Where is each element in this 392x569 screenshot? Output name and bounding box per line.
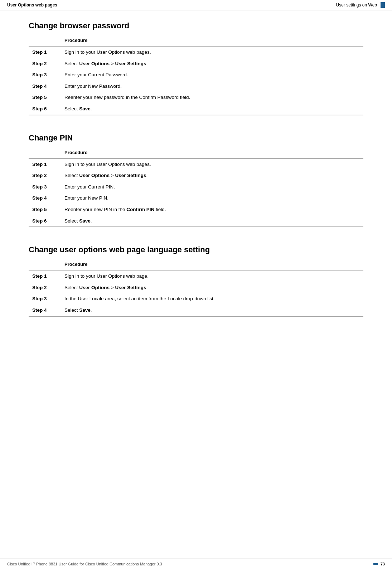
table-row: Step 3Enter your Current PIN. (29, 181, 363, 193)
procedure-label-change-pin: Procedure (64, 150, 363, 155)
table-row: Step 5Reenter your new PIN in the Confir… (29, 204, 363, 215)
table-row: Step 3Enter your Current Password. (29, 69, 363, 81)
header-left: User Options web pages (7, 3, 57, 8)
sections-container: Change browser passwordProcedureStep 1Si… (29, 21, 363, 317)
step-label: Step 5 (29, 92, 61, 103)
step-content: In the User Locale area, select an item … (61, 293, 363, 305)
step-label: Step 4 (29, 81, 61, 92)
table-row: Step 6Select Save. (29, 215, 363, 227)
step-label: Step 3 (29, 69, 61, 81)
table-row: Step 2Select User Options > User Setting… (29, 282, 363, 293)
step-content: Select Save. (61, 103, 363, 115)
step-content: Reenter your new password in the Confirm… (61, 92, 363, 103)
step-content: Select Save. (61, 305, 363, 316)
table-row: Step 1Sign in to your User Options web p… (29, 158, 363, 170)
section-title-change-browser-password: Change browser password (29, 21, 363, 30)
step-label: Step 2 (29, 170, 61, 181)
step-content: Reenter your new PIN in the Confirm PIN … (61, 204, 363, 215)
footer-page-block (373, 563, 378, 565)
step-label: Step 3 (29, 293, 61, 305)
step-label: Step 5 (29, 204, 61, 215)
table-row: Step 4Enter your New PIN. (29, 192, 363, 204)
step-label: Step 1 (29, 46, 61, 58)
step-label: Step 6 (29, 103, 61, 115)
footer-text: Cisco Unified IP Phone 8831 User Guide f… (7, 562, 162, 566)
section-change-browser-password: Change browser passwordProcedureStep 1Si… (29, 21, 363, 115)
step-label: Step 2 (29, 58, 61, 70)
main-content: Change browser passwordProcedureStep 1Si… (0, 10, 392, 356)
section-title-change-language: Change user options web page language se… (29, 245, 363, 254)
table-row: Step 5Reenter your new password in the C… (29, 92, 363, 103)
step-content: Sign in to your User Options web pages. (61, 46, 363, 58)
step-content: Select User Options > User Settings. (61, 282, 363, 293)
step-content: Sign in to your User Options web pages. (61, 158, 363, 170)
procedure-table-change-pin: Step 1Sign in to your User Options web p… (29, 158, 363, 228)
section-title-change-pin: Change PIN (29, 133, 363, 143)
procedure-table-change-browser-password: Step 1Sign in to your User Options web p… (29, 46, 363, 115)
table-row: Step 4Enter your New Password. (29, 81, 363, 92)
header-right: User settings on Web (336, 2, 385, 8)
footer: Cisco Unified IP Phone 8831 User Guide f… (0, 559, 392, 569)
step-content: Enter your New Password. (61, 81, 363, 92)
table-row: Step 4Select Save. (29, 305, 363, 316)
table-row: Step 6Select Save. (29, 103, 363, 115)
page-container: User Options web pages User settings on … (0, 0, 392, 569)
footer-page: 73 (373, 562, 385, 566)
step-content: Enter your Current PIN. (61, 181, 363, 193)
step-label: Step 4 (29, 305, 61, 316)
section-change-language: Change user options web page language se… (29, 245, 363, 316)
step-label: Step 2 (29, 282, 61, 293)
table-row: Step 1Sign in to your User Options web p… (29, 270, 363, 282)
step-content: Enter your Current Password. (61, 69, 363, 81)
section-change-pin: Change PINProcedureStep 1Sign in to your… (29, 133, 363, 228)
table-row: Step 3In the User Locale area, select an… (29, 293, 363, 305)
step-label: Step 1 (29, 158, 61, 170)
table-row: Step 2Select User Options > User Setting… (29, 170, 363, 181)
step-content: Sign in to your User Options web page. (61, 270, 363, 282)
step-label: Step 3 (29, 181, 61, 193)
step-label: Step 4 (29, 192, 61, 204)
footer-page-number: 73 (381, 562, 385, 566)
table-row: Step 2Select User Options > User Setting… (29, 58, 363, 70)
procedure-table-change-language: Step 1Sign in to your User Options web p… (29, 270, 363, 316)
table-row: Step 1Sign in to your User Options web p… (29, 46, 363, 58)
header-accent-block (381, 2, 385, 8)
step-content: Enter your New PIN. (61, 192, 363, 204)
step-label: Step 1 (29, 270, 61, 282)
step-content: Select User Options > User Settings. (61, 170, 363, 181)
step-content: Select User Options > User Settings. (61, 58, 363, 70)
procedure-label-change-browser-password: Procedure (64, 38, 363, 43)
step-label: Step 6 (29, 215, 61, 227)
procedure-label-change-language: Procedure (64, 262, 363, 267)
header-right-text: User settings on Web (336, 3, 377, 8)
header-bar: User Options web pages User settings on … (0, 0, 392, 10)
step-content: Select Save. (61, 215, 363, 227)
